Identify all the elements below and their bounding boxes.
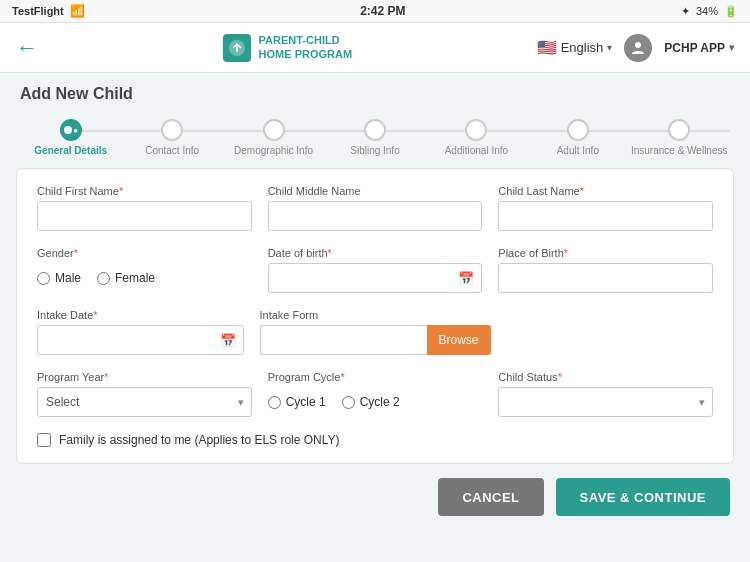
intake-form-group: Intake Form Browse bbox=[260, 309, 491, 355]
intake-date-input[interactable] bbox=[37, 325, 244, 355]
form-card: Child First Name* Child Middle Name Chil… bbox=[16, 168, 734, 464]
family-assigned-label: Family is assigned to me (Applies to ELS… bbox=[59, 433, 340, 447]
place-of-birth-group: Place of Birth* bbox=[498, 247, 713, 293]
step-circle-insurance bbox=[668, 119, 690, 141]
intake-date-label: Intake Date* bbox=[37, 309, 244, 321]
program-row: Program Year* Select ▾ Program Cycle* Cy… bbox=[37, 371, 713, 417]
gender-label: Gender* bbox=[37, 247, 252, 259]
svg-point-1 bbox=[635, 42, 641, 48]
gender-female-radio[interactable] bbox=[97, 272, 110, 285]
program-cycle-group: Program Cycle* Cycle 1 Cycle 2 bbox=[268, 371, 483, 417]
step-additional-info[interactable]: Additional Info bbox=[426, 119, 527, 156]
save-continue-button[interactable]: SAVE & CONTINUE bbox=[556, 478, 730, 516]
status-right: 34% 🔋 bbox=[681, 5, 738, 18]
place-of-birth-label: Place of Birth* bbox=[498, 247, 713, 259]
step-insurance-wellness[interactable]: Insurance & Wellness bbox=[629, 119, 730, 156]
program-year-group: Program Year* Select ▾ bbox=[37, 371, 252, 417]
step-label-demographic: Demographic Info bbox=[234, 145, 313, 156]
middle-name-input[interactable] bbox=[268, 201, 483, 231]
required-star-3: * bbox=[74, 247, 78, 259]
required-star-9: * bbox=[558, 371, 562, 383]
gender-female-label: Female bbox=[115, 271, 155, 285]
step-label-contact: Contact Info bbox=[145, 145, 199, 156]
status-left: TestFlight bbox=[12, 4, 85, 18]
first-name-input[interactable] bbox=[37, 201, 252, 231]
app-name: TestFlight bbox=[12, 5, 64, 17]
page-title: Add New Child bbox=[20, 85, 133, 102]
first-name-label: Child First Name* bbox=[37, 185, 252, 197]
gender-male-option[interactable]: Male bbox=[37, 271, 81, 285]
step-adult-info[interactable]: Adult Info bbox=[527, 119, 628, 156]
child-status-select[interactable] bbox=[498, 387, 713, 417]
dob-group: Date of birth* 📅 bbox=[268, 247, 483, 293]
step-circle-contact bbox=[161, 119, 183, 141]
top-nav: ← PARENT-CHILD HOME PROGRAM 🇺🇸 English ▾ bbox=[0, 23, 750, 73]
step-label-additional: Additional Info bbox=[445, 145, 508, 156]
step-contact-info[interactable]: Contact Info bbox=[121, 119, 222, 156]
battery-level: 34% bbox=[696, 5, 718, 17]
step-general-details[interactable]: General Details bbox=[20, 119, 121, 156]
program-year-select[interactable]: Select bbox=[37, 387, 252, 417]
gender-female-option[interactable]: Female bbox=[97, 271, 155, 285]
step-circle-demographic bbox=[263, 119, 285, 141]
page-header: Add New Child bbox=[0, 73, 750, 109]
last-name-input[interactable] bbox=[498, 201, 713, 231]
gender-dob-row: Gender* Male Female Date of birth* 📅 bbox=[37, 247, 713, 293]
last-name-label: Child Last Name* bbox=[498, 185, 713, 197]
step-circle-adult bbox=[567, 119, 589, 141]
cycle2-label: Cycle 2 bbox=[360, 395, 400, 409]
user-menu[interactable]: PCHP APP ▾ bbox=[664, 41, 734, 55]
intake-form-input-row: Browse bbox=[260, 325, 491, 355]
gender-group: Gender* Male Female bbox=[37, 247, 252, 293]
dob-label: Date of birth* bbox=[268, 247, 483, 259]
intake-date-group: Intake Date* 📅 bbox=[37, 309, 244, 355]
intake-form-input[interactable] bbox=[260, 325, 427, 355]
family-assigned-checkbox[interactable] bbox=[37, 433, 51, 447]
logo-icon bbox=[223, 34, 251, 62]
language-selector[interactable]: 🇺🇸 English ▾ bbox=[537, 38, 613, 57]
step-label-insurance: Insurance & Wellness bbox=[631, 145, 728, 156]
gender-male-radio[interactable] bbox=[37, 272, 50, 285]
program-cycle-label: Program Cycle* bbox=[268, 371, 483, 383]
status-bar: TestFlight 2:42 PM 34% 🔋 bbox=[0, 0, 750, 23]
logo-text: PARENT-CHILD HOME PROGRAM bbox=[259, 34, 353, 60]
status-time: 2:42 PM bbox=[360, 4, 405, 18]
child-status-group: Child Status* ▾ bbox=[498, 371, 713, 417]
child-status-label: Child Status* bbox=[498, 371, 713, 383]
intake-row: Intake Date* 📅 Intake Form Browse bbox=[37, 309, 713, 355]
step-sibling-info[interactable]: Sibling Info bbox=[324, 119, 425, 156]
required-star: * bbox=[119, 185, 123, 197]
step-label-general: General Details bbox=[34, 145, 107, 156]
bluetooth-icon bbox=[681, 5, 690, 18]
cycle2-radio[interactable] bbox=[342, 396, 355, 409]
battery-icon: 🔋 bbox=[724, 5, 738, 18]
cycle1-option[interactable]: Cycle 1 bbox=[268, 395, 326, 409]
svg-point-2 bbox=[64, 126, 72, 134]
browse-button[interactable]: Browse bbox=[427, 325, 491, 355]
user-chevron-icon: ▾ bbox=[729, 42, 734, 53]
required-star-6: * bbox=[93, 309, 97, 321]
intake-date-wrapper: 📅 bbox=[37, 325, 244, 355]
language-label: English bbox=[561, 40, 604, 55]
middle-name-group: Child Middle Name bbox=[268, 185, 483, 231]
cancel-button[interactable]: CANCEL bbox=[438, 478, 543, 516]
step-label-adult: Adult Info bbox=[557, 145, 599, 156]
step-circle-additional bbox=[465, 119, 487, 141]
cycle2-option[interactable]: Cycle 2 bbox=[342, 395, 400, 409]
cycle1-radio[interactable] bbox=[268, 396, 281, 409]
required-star-5: * bbox=[564, 247, 568, 259]
place-of-birth-input[interactable] bbox=[498, 263, 713, 293]
language-chevron-icon: ▾ bbox=[607, 42, 612, 53]
program-year-select-wrapper: Select ▾ bbox=[37, 387, 252, 417]
step-circle-sibling bbox=[364, 119, 386, 141]
gender-radio-group: Male Female bbox=[37, 263, 252, 293]
dob-input[interactable] bbox=[268, 263, 483, 293]
back-button[interactable]: ← bbox=[16, 35, 38, 61]
steps-container: General Details Contact Info Demographic… bbox=[0, 109, 750, 168]
required-star-8: * bbox=[340, 371, 344, 383]
checkbox-row: Family is assigned to me (Applies to ELS… bbox=[37, 433, 713, 447]
last-name-group: Child Last Name* bbox=[498, 185, 713, 231]
required-star-4: * bbox=[328, 247, 332, 259]
step-demographic-info[interactable]: Demographic Info bbox=[223, 119, 324, 156]
cycle1-label: Cycle 1 bbox=[286, 395, 326, 409]
